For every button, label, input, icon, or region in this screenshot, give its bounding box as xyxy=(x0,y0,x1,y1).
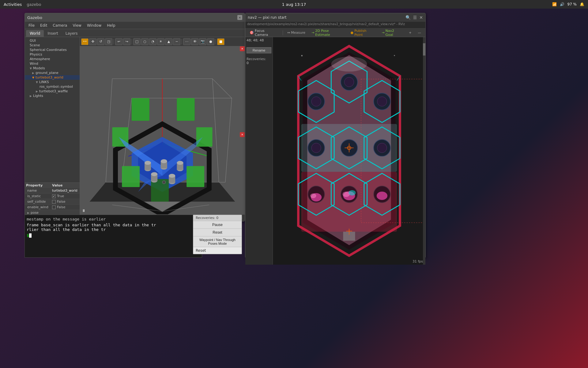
popup-recoveries-value: 0 xyxy=(216,216,218,220)
activities-label[interactable]: Activities xyxy=(4,2,22,7)
gazebo-close-button[interactable]: ✕ xyxy=(237,15,242,20)
rviz-titlebar: nav2 — pixi run start 🔍 ☰ ✕ xyxy=(245,13,425,22)
tree-ground-plane[interactable]: ▶ ground_plane xyxy=(25,71,80,75)
prop-pose-arrow: ▶ xyxy=(27,211,29,214)
volume-icon[interactable]: 🔊 xyxy=(560,2,564,6)
measure-label: Measure xyxy=(291,31,305,35)
svg-point-27 xyxy=(145,161,151,165)
tab-insert[interactable]: Insert xyxy=(44,30,62,37)
prop-pose-value xyxy=(52,211,78,215)
pause-button[interactable]: ⏸ xyxy=(80,207,87,214)
close-panel-top[interactable]: ✕ xyxy=(240,46,245,51)
toolbar-rotate-btn[interactable]: ↺ xyxy=(97,38,104,45)
toolbar-select-btn[interactable]: ⭤ xyxy=(81,38,89,45)
rviz-menu-btn[interactable]: ☰ xyxy=(413,15,417,20)
tree-scene[interactable]: Scene xyxy=(25,43,80,48)
menu-view[interactable]: View xyxy=(70,23,84,28)
menu-file[interactable]: File xyxy=(26,23,37,28)
toolbar-redo-btn[interactable]: ↪ xyxy=(123,38,130,45)
tree-wind[interactable]: Wind xyxy=(25,61,80,66)
tab-world[interactable]: World xyxy=(26,30,44,37)
terminal-cursor xyxy=(29,233,32,238)
tree-links[interactable]: ▼ LINKS xyxy=(25,80,80,84)
toolbar-sep-4 xyxy=(216,39,216,44)
toolbar-play-btn[interactable]: ■ xyxy=(217,38,224,45)
tree-gui-label: GUI xyxy=(30,39,36,43)
toolbar-sphere-btn[interactable]: ○ xyxy=(141,38,149,45)
network-icon[interactable]: 📶 xyxy=(552,2,557,6)
tree-turtlebot3-world[interactable]: ▼ turtlebot3_world xyxy=(25,75,80,80)
rviz-search-btn[interactable]: 🔍 xyxy=(405,15,411,20)
rviz-add-btn[interactable]: + xyxy=(406,30,414,35)
bell-icon[interactable]: 🔔 xyxy=(580,2,584,6)
svg-rect-86 xyxy=(301,55,303,56)
popup-pause-btn[interactable]: Pause xyxy=(193,221,242,228)
toolbar-light-btn[interactable]: ☀ xyxy=(157,38,164,45)
scene-svg xyxy=(80,46,245,221)
menu-window[interactable]: Window xyxy=(85,23,104,28)
rviz-rename-btn[interactable]: Rename xyxy=(247,47,271,53)
rviz-publish-point-btn[interactable]: ● Publish Point xyxy=(348,28,378,37)
property-enable-wind: enable_wind False xyxy=(25,205,80,210)
rviz-close-btn[interactable]: ✕ xyxy=(419,15,423,20)
focus-camera-label: Focus Camera xyxy=(255,29,278,37)
menu-help[interactable]: Help xyxy=(104,23,118,28)
toolbar-cylinder-btn[interactable]: ◔ xyxy=(149,38,156,45)
rviz-focus-camera-btn[interactable]: 🎯 Focus Camera xyxy=(247,28,281,37)
toolbar-view-btn[interactable]: 👁 xyxy=(191,38,198,45)
checkbox-false-2-icon[interactable] xyxy=(52,205,56,209)
rviz-2d-pose-btn[interactable]: → 2D Pose Estimate xyxy=(309,28,347,37)
popup-waypoint-btn[interactable]: Waypoint / Nav Through Poses Mode xyxy=(193,236,242,247)
tree-atmosphere[interactable]: Atmosphere xyxy=(25,57,80,61)
svg-point-40 xyxy=(162,181,166,184)
prop-wind-key: enable_wind xyxy=(26,205,52,209)
toolbar-sep-2 xyxy=(132,39,132,44)
toolbar-terrain-btn[interactable]: ▲ xyxy=(165,38,172,45)
toolbar-measure-btn[interactable]: − xyxy=(173,38,180,45)
tree-ros-symbol[interactable]: ros_symbol::symbol xyxy=(25,84,80,89)
tree-turtlebot3-waffle[interactable]: ▶ turtlebot3_waffle xyxy=(25,89,80,94)
tree-spherical-coordinates[interactable]: Spherical Coordinates xyxy=(25,48,80,52)
nav-icon: → xyxy=(382,31,384,35)
prop-collide-value: False xyxy=(52,200,78,204)
battery-icon[interactable]: 97 % xyxy=(567,2,577,6)
toolbar-grid-btn[interactable]: ⋯ xyxy=(183,38,190,45)
tree-lights[interactable]: ▶ Lights xyxy=(25,94,80,98)
tree-atmosphere-label: Atmosphere xyxy=(30,57,50,61)
popup-reset-btn[interactable]: Reset xyxy=(193,228,242,236)
tab-layers[interactable]: Layers xyxy=(62,30,81,37)
rviz-minus-btn[interactable]: — xyxy=(415,30,424,35)
property-col1-header: Property xyxy=(26,183,52,187)
toolbar-camera-btn[interactable]: 📷 xyxy=(199,38,206,45)
tree-models-arrow: ▼ xyxy=(30,67,32,70)
tree-lights-arrow: ▶ xyxy=(30,94,32,98)
tree-gui[interactable]: GUI xyxy=(25,38,80,43)
tree-models[interactable]: ▼ Models xyxy=(25,66,80,71)
rviz-nav2-goal-btn[interactable]: → Nav2 Goal xyxy=(379,28,405,37)
popup-recoveries-label: Recoveries: 0 xyxy=(193,215,242,221)
svg-point-30 xyxy=(161,159,167,163)
menu-edit[interactable]: Edit xyxy=(38,23,50,28)
tree-links-label: LINKS xyxy=(39,80,49,84)
checkbox-true-icon[interactable]: ✔ xyxy=(52,194,56,198)
rviz-recoveries-label: Recoveries: xyxy=(247,57,271,61)
toolbar-scale-btn[interactable]: ◳ xyxy=(105,38,112,45)
rviz-measure-btn[interactable]: ↔ Measure xyxy=(285,30,308,35)
tree-turtlebot-label: turtlebot3_world xyxy=(36,75,63,79)
popup-reset-small[interactable]: Reset xyxy=(193,247,242,254)
toolbar-box-btn[interactable]: □ xyxy=(133,38,141,45)
tree-physics[interactable]: Physics xyxy=(25,52,80,57)
close-panel-mid[interactable]: ✕ xyxy=(240,132,245,137)
toolbar-record-btn[interactable]: ● xyxy=(207,38,214,45)
svg-point-81 xyxy=(377,192,387,200)
toolbar-move-btn[interactable]: ✜ xyxy=(89,38,96,45)
menu-camera[interactable]: Camera xyxy=(50,23,70,28)
checkbox-false-1-icon[interactable] xyxy=(52,200,56,204)
rviz-title-icons: 🔍 ☰ ✕ xyxy=(405,15,423,20)
rviz-left-panel: 48; 48; 48 Rename Recoveries: 0 xyxy=(245,37,273,265)
rviz-scrollbar[interactable] xyxy=(423,37,425,265)
desktop: Activities gazebo 1 aug 13:17 📶 🔊 97 % 🔔… xyxy=(0,0,588,368)
svg-point-88 xyxy=(331,56,367,71)
rviz-scrollbar-thumb[interactable] xyxy=(423,43,425,56)
toolbar-undo-btn[interactable]: ↩ xyxy=(115,38,123,45)
